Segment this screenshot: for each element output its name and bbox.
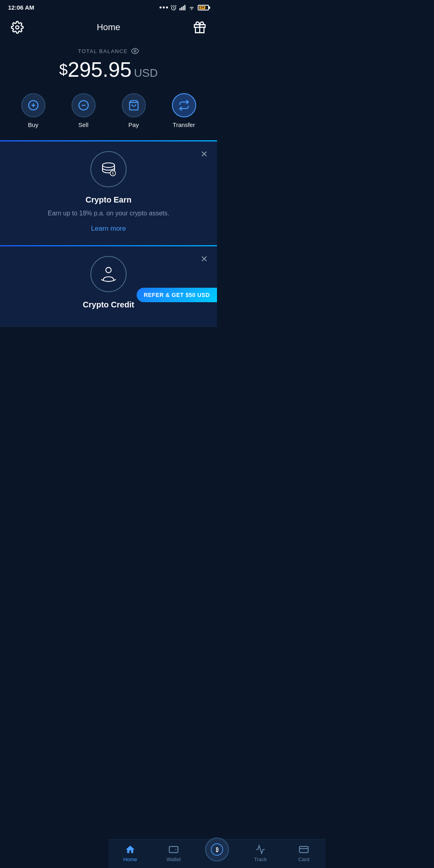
- sell-label: Sell: [78, 121, 88, 128]
- header: Home: [0, 13, 217, 43]
- sell-button-circle: [72, 93, 96, 117]
- bag-icon: [128, 100, 139, 111]
- page-title: Home: [97, 22, 121, 33]
- gift-button[interactable]: [192, 20, 207, 35]
- balance-section: TOTAL BALANCE $295.95USD: [0, 43, 217, 93]
- svg-point-16: [102, 163, 115, 168]
- svg-rect-4: [184, 5, 186, 10]
- three-dots-icon: [160, 6, 168, 8]
- buy-button[interactable]: Buy: [17, 93, 49, 128]
- svg-point-9: [134, 50, 136, 52]
- balance-label: TOTAL BALANCE: [8, 47, 209, 55]
- refer-banner[interactable]: REFER & GET $50 USD: [137, 288, 217, 302]
- svg-rect-1: [180, 8, 181, 10]
- crypto-credit-card: ✕ Crypto Credit REFER & GET $50 USD: [0, 246, 217, 327]
- svg-point-6: [16, 26, 19, 29]
- transfer-button-circle: [172, 93, 196, 117]
- plus-icon: [28, 100, 39, 111]
- close-icon-2: ✕: [201, 255, 208, 264]
- battery-indicator: 24: [198, 5, 209, 10]
- pay-button[interactable]: Pay: [118, 93, 150, 128]
- transfer-label: Transfer: [173, 121, 195, 128]
- pay-button-circle: [122, 93, 146, 117]
- visibility-toggle-icon[interactable]: [131, 47, 139, 55]
- alarm-icon: [170, 4, 177, 11]
- crypto-earn-card: ✕ $ Crypto Earn Earn up to 18% p.a. on y…: [0, 141, 217, 244]
- status-bar: 12:06 AM 24: [0, 0, 217, 13]
- transfer-button[interactable]: Transfer: [168, 93, 200, 128]
- svg-point-19: [106, 268, 111, 273]
- stacked-coins-icon: $: [98, 159, 119, 179]
- sell-button[interactable]: Sell: [68, 93, 100, 128]
- status-icons: 24: [160, 4, 209, 11]
- crypto-earn-learn-more[interactable]: Learn more: [10, 225, 207, 233]
- settings-button[interactable]: [10, 20, 25, 35]
- crypto-earn-icon-circle: $: [90, 151, 127, 187]
- crypto-earn-title: Crypto Earn: [10, 195, 207, 205]
- crypto-earn-close-button[interactable]: ✕: [199, 149, 210, 160]
- transfer-icon: [178, 100, 190, 111]
- hands-coin-icon: [98, 264, 119, 284]
- crypto-credit-icon-circle: [90, 256, 127, 292]
- crypto-credit-close-button[interactable]: ✕: [199, 254, 210, 265]
- svg-text:$: $: [112, 172, 114, 176]
- action-buttons: Buy Sell Pay: [0, 93, 217, 140]
- svg-rect-2: [181, 7, 182, 10]
- minus-icon: [78, 100, 89, 111]
- buy-button-circle: [21, 93, 45, 117]
- status-time: 12:06 AM: [8, 4, 34, 11]
- wifi-icon: [188, 4, 195, 11]
- gear-icon: [11, 21, 24, 34]
- pay-label: Pay: [129, 121, 139, 128]
- close-icon: ✕: [201, 150, 208, 159]
- signal-icon: [179, 4, 186, 11]
- gift-icon: [193, 21, 206, 34]
- balance-amount: $295.95USD: [8, 58, 209, 81]
- buy-label: Buy: [28, 121, 39, 128]
- svg-rect-3: [183, 6, 184, 10]
- crypto-earn-description: Earn up to 18% p.a. on your crypto asset…: [10, 209, 207, 218]
- battery-fill: 24: [199, 6, 205, 9]
